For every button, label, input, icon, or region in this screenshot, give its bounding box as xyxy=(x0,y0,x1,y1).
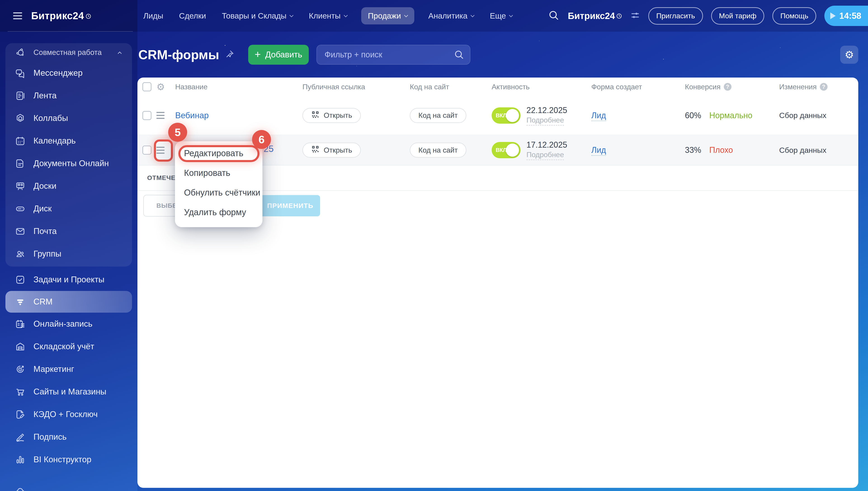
menu-item-edit[interactable]: Редактировать xyxy=(175,144,263,163)
table-row-webinar: Вебинар Открыть Код на сайт ВКЛ 22.12.20… xyxy=(138,96,858,135)
qr-icon xyxy=(311,145,320,155)
sidebar-item-marketing[interactable]: Маркетинг xyxy=(0,358,138,380)
calendar-icon xyxy=(14,136,26,146)
feed-icon xyxy=(14,90,26,101)
sidebar: Совместная работа Мессенджер Лента Колла… xyxy=(0,32,138,491)
activity-toggle-on[interactable]: ВКЛ xyxy=(491,142,520,158)
open-link-button[interactable]: Открыть xyxy=(302,143,361,157)
menu-item-reset-counters[interactable]: Обнулить счётчики xyxy=(175,183,263,203)
col-header-creates[interactable]: Форма создает xyxy=(591,83,685,91)
activity-date: 17.12.2025 xyxy=(527,140,567,150)
my-tariff-button[interactable]: Мой тариф xyxy=(711,7,765,25)
hexagon-icon xyxy=(14,113,26,124)
booking-calendar-icon xyxy=(14,319,26,329)
sidebar-item-tasks[interactable]: Задачи и Проекты xyxy=(0,268,138,291)
col-header-site-code[interactable]: Код на сайт xyxy=(410,83,491,91)
bar-chart-icon xyxy=(14,454,26,465)
timer-button[interactable]: 14:58 xyxy=(825,6,868,26)
sidebar-item-groups[interactable]: Группы xyxy=(5,242,132,265)
select-all-checkbox[interactable] xyxy=(142,82,151,91)
page-title: CRM-формы xyxy=(138,47,219,62)
open-link-button[interactable]: Открыть xyxy=(302,108,361,123)
messenger-icon xyxy=(14,68,26,79)
cloud-icon xyxy=(14,486,26,491)
nav-products[interactable]: Товары и Склады xyxy=(220,7,295,24)
filter-search xyxy=(317,45,470,65)
col-header-conversion[interactable]: Конверсия? xyxy=(685,83,779,91)
nav-leads[interactable]: Лиды xyxy=(142,7,165,24)
sidebar-item-messenger[interactable]: Мессенджер xyxy=(5,62,132,84)
sidebar-item-partial[interactable] xyxy=(0,480,138,491)
sidebar-group-collaboration: Совместная работа Мессенджер Лента Колла… xyxy=(5,43,132,266)
table-settings-gear-icon[interactable]: ⚙ xyxy=(156,81,165,92)
sliders-icon[interactable] xyxy=(630,10,640,21)
brand-label: Битрикс24 xyxy=(568,11,622,21)
col-header-activity[interactable]: Активность xyxy=(491,83,591,91)
nav-sales-active[interactable]: Продажи xyxy=(361,7,414,24)
bitrix24-app: Битрикс24 Лиды Сделки Товары и Склады Кл… xyxy=(0,0,868,491)
menu-item-copy[interactable]: Копировать xyxy=(175,163,263,183)
filter-search-input[interactable] xyxy=(317,45,470,65)
details-link[interactable]: Подробнее xyxy=(527,116,564,125)
settings-gear-button[interactable]: ⚙ xyxy=(840,46,858,64)
conversion-value: 60% xyxy=(685,111,701,120)
creates-lead-link[interactable]: Лид xyxy=(591,111,606,121)
main-area: CRM-формы +Добавить ⚙ ⚙ Название xyxy=(138,32,868,491)
nav-more[interactable]: Еще xyxy=(488,7,514,24)
creates-lead-link[interactable]: Лид xyxy=(591,145,606,156)
col-header-public-link[interactable]: Публичная ссылка xyxy=(302,83,410,91)
activity-toggle-on[interactable]: ВКЛ xyxy=(491,107,520,124)
help-icon[interactable]: ? xyxy=(820,83,828,91)
qr-icon xyxy=(311,110,320,121)
changes-value: Сбор данных xyxy=(779,111,827,120)
apply-button[interactable]: ПРИМЕНИТЬ xyxy=(260,195,320,216)
toggle-knob xyxy=(506,144,519,157)
invite-button[interactable]: Пригласить xyxy=(648,7,703,25)
nav-clients[interactable]: Клиенты xyxy=(307,7,349,24)
app-logo[interactable]: Битрикс24 xyxy=(31,10,91,22)
sidebar-item-boards[interactable]: Доски xyxy=(5,175,132,197)
sidebar-item-docs-online[interactable]: Документы Онлайн xyxy=(5,152,132,175)
nav-deals[interactable]: Сделки xyxy=(177,7,208,24)
add-button[interactable]: +Добавить xyxy=(248,45,309,65)
row-menu-icon[interactable] xyxy=(156,112,164,119)
top-nav: Лиды Сделки Товары и Склады Клиенты Прод… xyxy=(142,0,514,32)
sidebar-item-sites[interactable]: Сайты и Магазины xyxy=(0,380,138,403)
help-icon[interactable]: ? xyxy=(724,83,731,91)
sidebar-item-crm[interactable]: CRM xyxy=(5,291,132,313)
help-button[interactable]: Помощь xyxy=(772,7,816,25)
sidebar-item-collabs[interactable]: Коллабы xyxy=(5,107,132,129)
sidebar-item-online-booking[interactable]: Онлайн-запись xyxy=(0,313,138,335)
search-icon[interactable] xyxy=(548,9,560,22)
people-icon xyxy=(14,249,26,259)
clock-mark-icon xyxy=(85,10,91,22)
sidebar-item-mail[interactable]: Почта xyxy=(5,220,132,242)
row-menu-icon[interactable] xyxy=(156,147,164,154)
menu-item-delete-form[interactable]: Удалить форму xyxy=(175,203,263,222)
sidebar-item-calendar[interactable]: Календарь xyxy=(5,129,132,152)
col-header-name[interactable]: Название xyxy=(175,83,302,91)
sidebar-item-warehouse[interactable]: Складской учёт xyxy=(0,335,138,358)
details-link[interactable]: Подробнее xyxy=(527,150,564,160)
sidebar-item-drive[interactable]: Диск xyxy=(5,197,132,220)
network-icon xyxy=(14,48,26,57)
top-bar: Битрикс24 Лиды Сделки Товары и Склады Кл… xyxy=(0,0,868,32)
row-checkbox[interactable] xyxy=(142,146,151,155)
sidebar-item-feed[interactable]: Лента xyxy=(5,84,132,107)
site-code-button[interactable]: Код на сайт xyxy=(410,108,466,123)
sidebar-item-sign[interactable]: Подпись xyxy=(0,426,138,448)
search-icon[interactable] xyxy=(454,49,465,61)
nav-analytics[interactable]: Аналитика xyxy=(426,7,476,24)
row-checkbox[interactable] xyxy=(142,111,151,120)
pin-icon[interactable] xyxy=(225,50,234,60)
col-header-changes[interactable]: Изменения? xyxy=(779,83,858,91)
changes-value: Сбор данных xyxy=(779,146,827,154)
form-name-link[interactable]: Вебинар xyxy=(175,111,209,120)
sidebar-group-header[interactable]: Совместная работа xyxy=(5,43,132,62)
menu-burger-icon[interactable] xyxy=(13,12,22,19)
sidebar-item-bi[interactable]: BI Конструктор xyxy=(0,448,138,471)
cart-icon xyxy=(14,386,26,397)
site-code-button[interactable]: Код на сайт xyxy=(410,143,466,157)
sidebar-item-kedo[interactable]: КЭДО + Госключ xyxy=(0,403,138,426)
chevron-down-icon xyxy=(404,13,408,17)
